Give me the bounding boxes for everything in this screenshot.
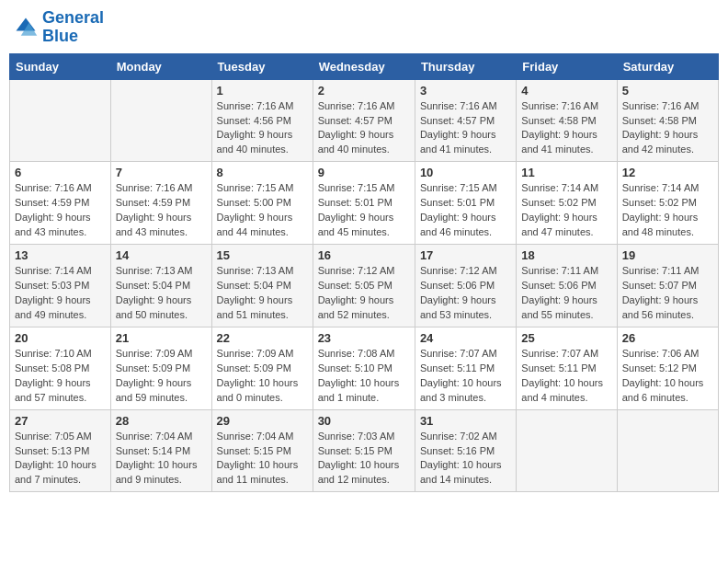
calendar-cell: 14Sunrise: 7:13 AM Sunset: 5:04 PM Dayli… [110, 245, 211, 327]
day-info: Sunrise: 7:02 AM Sunset: 5:16 PM Dayligh… [420, 430, 511, 488]
calendar-cell: 22Sunrise: 7:09 AM Sunset: 5:09 PM Dayli… [211, 327, 313, 409]
day-info: Sunrise: 7:15 AM Sunset: 5:01 PM Dayligh… [420, 181, 511, 240]
calendar-cell: 25Sunrise: 7:07 AM Sunset: 5:11 PM Dayli… [517, 327, 617, 409]
day-number: 10 [420, 166, 511, 179]
day-info: Sunrise: 7:03 AM Sunset: 5:15 PM Dayligh… [318, 430, 410, 488]
calendar-cell: 17Sunrise: 7:12 AM Sunset: 5:06 PM Dayli… [415, 245, 516, 327]
day-number: 6 [15, 166, 106, 179]
calendar-cell: 19Sunrise: 7:11 AM Sunset: 5:07 PM Dayli… [617, 245, 718, 327]
day-number: 15 [217, 248, 308, 262]
calendar-cell: 21Sunrise: 7:09 AM Sunset: 5:09 PM Dayli… [110, 327, 211, 409]
day-info: Sunrise: 7:11 AM Sunset: 5:07 PM Dayligh… [622, 264, 713, 323]
day-number: 12 [622, 166, 713, 179]
day-number: 13 [15, 248, 106, 262]
calendar-week-row: 6Sunrise: 7:16 AM Sunset: 4:59 PM Daylig… [10, 162, 719, 245]
calendar-cell: 26Sunrise: 7:06 AM Sunset: 5:12 PM Dayli… [617, 327, 718, 409]
day-number: 26 [622, 331, 713, 345]
calendar-cell: 6Sunrise: 7:16 AM Sunset: 4:59 PM Daylig… [10, 162, 111, 245]
calendar-cell [617, 409, 718, 492]
day-number: 18 [521, 248, 611, 262]
day-info: Sunrise: 7:04 AM Sunset: 5:14 PM Dayligh… [116, 430, 207, 488]
day-info: Sunrise: 7:08 AM Sunset: 5:10 PM Dayligh… [318, 347, 410, 406]
day-info: Sunrise: 7:16 AM Sunset: 4:57 PM Dayligh… [318, 99, 410, 158]
day-info: Sunrise: 7:09 AM Sunset: 5:09 PM Dayligh… [217, 347, 308, 406]
calendar-week-row: 13Sunrise: 7:14 AM Sunset: 5:03 PM Dayli… [10, 245, 719, 327]
calendar-cell: 4Sunrise: 7:16 AM Sunset: 4:58 PM Daylig… [517, 79, 617, 162]
calendar-cell: 2Sunrise: 7:16 AM Sunset: 4:57 PM Daylig… [313, 79, 415, 162]
calendar-cell: 23Sunrise: 7:08 AM Sunset: 5:10 PM Dayli… [313, 327, 415, 409]
day-number: 27 [15, 414, 106, 428]
calendar-cell: 10Sunrise: 7:15 AM Sunset: 5:01 PM Dayli… [415, 162, 516, 245]
calendar-cell: 13Sunrise: 7:14 AM Sunset: 5:03 PM Dayli… [10, 245, 111, 327]
calendar-cell: 20Sunrise: 7:10 AM Sunset: 5:08 PM Dayli… [10, 327, 111, 409]
day-info: Sunrise: 7:12 AM Sunset: 5:05 PM Dayligh… [318, 264, 410, 323]
day-number: 21 [116, 331, 207, 345]
col-header-tuesday: Tuesday [211, 53, 313, 79]
logo: General Blue [13, 9, 104, 46]
calendar-table: SundayMondayTuesdayWednesdayThursdayFrid… [9, 53, 719, 493]
day-number: 24 [420, 331, 511, 345]
calendar-cell: 29Sunrise: 7:04 AM Sunset: 5:15 PM Dayli… [211, 409, 313, 492]
day-info: Sunrise: 7:16 AM Sunset: 4:59 PM Dayligh… [15, 181, 106, 240]
day-info: Sunrise: 7:16 AM Sunset: 4:58 PM Dayligh… [622, 99, 713, 158]
calendar-week-row: 27Sunrise: 7:05 AM Sunset: 5:13 PM Dayli… [10, 409, 719, 492]
day-info: Sunrise: 7:13 AM Sunset: 5:04 PM Dayligh… [217, 264, 308, 323]
calendar-cell: 9Sunrise: 7:15 AM Sunset: 5:01 PM Daylig… [313, 162, 415, 245]
logo-text: General Blue [42, 9, 104, 46]
day-number: 31 [420, 414, 511, 428]
day-info: Sunrise: 7:16 AM Sunset: 4:57 PM Dayligh… [420, 99, 511, 158]
calendar-cell: 18Sunrise: 7:11 AM Sunset: 5:06 PM Dayli… [517, 245, 617, 327]
calendar-week-row: 20Sunrise: 7:10 AM Sunset: 5:08 PM Dayli… [10, 327, 719, 409]
calendar-cell: 1Sunrise: 7:16 AM Sunset: 4:56 PM Daylig… [211, 79, 313, 162]
day-number: 22 [217, 331, 308, 345]
calendar-cell: 27Sunrise: 7:05 AM Sunset: 5:13 PM Dayli… [10, 409, 111, 492]
calendar-cell [517, 409, 617, 492]
calendar-cell: 8Sunrise: 7:15 AM Sunset: 5:00 PM Daylig… [211, 162, 313, 245]
calendar-cell: 28Sunrise: 7:04 AM Sunset: 5:14 PM Dayli… [110, 409, 211, 492]
page-header: General Blue [9, 9, 719, 46]
calendar-cell: 24Sunrise: 7:07 AM Sunset: 5:11 PM Dayli… [415, 327, 516, 409]
calendar-cell: 30Sunrise: 7:03 AM Sunset: 5:15 PM Dayli… [313, 409, 415, 492]
calendar-cell: 31Sunrise: 7:02 AM Sunset: 5:16 PM Dayli… [415, 409, 516, 492]
day-info: Sunrise: 7:16 AM Sunset: 4:56 PM Dayligh… [217, 99, 308, 158]
day-number: 19 [622, 248, 713, 262]
day-info: Sunrise: 7:14 AM Sunset: 5:02 PM Dayligh… [521, 181, 611, 240]
col-header-saturday: Saturday [617, 53, 718, 79]
day-number: 16 [318, 248, 410, 262]
calendar-cell [110, 79, 211, 162]
day-info: Sunrise: 7:09 AM Sunset: 5:09 PM Dayligh… [116, 347, 207, 406]
col-header-friday: Friday [517, 53, 617, 79]
day-number: 8 [217, 166, 308, 179]
day-info: Sunrise: 7:13 AM Sunset: 5:04 PM Dayligh… [116, 264, 207, 323]
calendar-week-row: 1Sunrise: 7:16 AM Sunset: 4:56 PM Daylig… [10, 79, 719, 162]
day-info: Sunrise: 7:15 AM Sunset: 5:00 PM Dayligh… [217, 181, 308, 240]
col-header-sunday: Sunday [10, 53, 111, 79]
day-number: 25 [521, 331, 611, 345]
calendar-cell: 12Sunrise: 7:14 AM Sunset: 5:02 PM Dayli… [617, 162, 718, 245]
day-number: 28 [116, 414, 207, 428]
day-number: 5 [622, 84, 713, 98]
day-number: 3 [420, 84, 511, 98]
day-info: Sunrise: 7:16 AM Sunset: 4:58 PM Dayligh… [521, 99, 611, 158]
day-info: Sunrise: 7:04 AM Sunset: 5:15 PM Dayligh… [217, 430, 308, 488]
day-info: Sunrise: 7:12 AM Sunset: 5:06 PM Dayligh… [420, 264, 511, 323]
logo-icon [13, 15, 39, 40]
calendar-cell: 5Sunrise: 7:16 AM Sunset: 4:58 PM Daylig… [617, 79, 718, 162]
calendar-cell: 7Sunrise: 7:16 AM Sunset: 4:59 PM Daylig… [110, 162, 211, 245]
calendar-cell: 11Sunrise: 7:14 AM Sunset: 5:02 PM Dayli… [517, 162, 617, 245]
day-number: 20 [15, 331, 106, 345]
day-info: Sunrise: 7:10 AM Sunset: 5:08 PM Dayligh… [15, 347, 106, 406]
calendar-cell: 16Sunrise: 7:12 AM Sunset: 5:05 PM Dayli… [313, 245, 415, 327]
calendar-header-row: SundayMondayTuesdayWednesdayThursdayFrid… [10, 53, 719, 79]
day-info: Sunrise: 7:15 AM Sunset: 5:01 PM Dayligh… [318, 181, 410, 240]
day-info: Sunrise: 7:07 AM Sunset: 5:11 PM Dayligh… [420, 347, 511, 406]
day-number: 29 [217, 414, 308, 428]
day-number: 14 [116, 248, 207, 262]
day-number: 17 [420, 248, 511, 262]
day-info: Sunrise: 7:11 AM Sunset: 5:06 PM Dayligh… [521, 264, 611, 323]
calendar-cell: 3Sunrise: 7:16 AM Sunset: 4:57 PM Daylig… [415, 79, 516, 162]
day-number: 30 [318, 414, 410, 428]
day-number: 23 [318, 331, 410, 345]
day-number: 11 [521, 166, 611, 179]
day-info: Sunrise: 7:16 AM Sunset: 4:59 PM Dayligh… [116, 181, 207, 240]
